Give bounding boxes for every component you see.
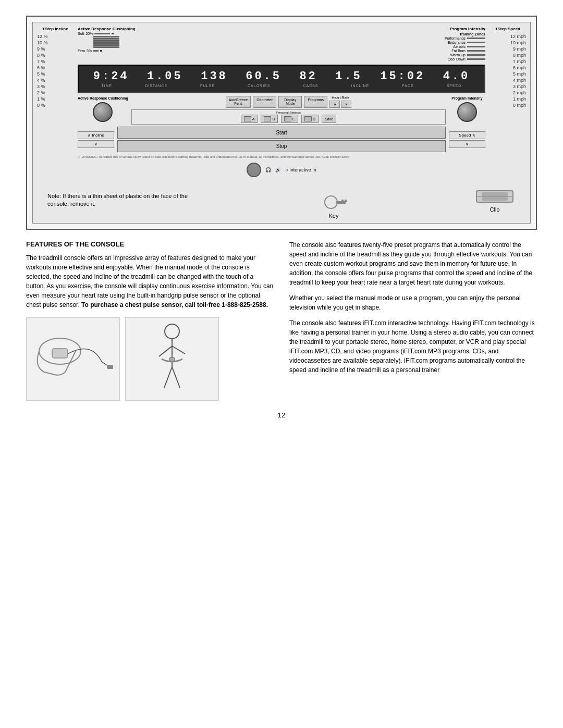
speed-down-btn[interactable]: ∨ — [449, 140, 485, 148]
tz-aerobic-label: Aerobic — [453, 45, 466, 48]
arc-section: Active Response Cushioning Soft 20% — [78, 27, 136, 61]
note-text: Note: If there is a thin sheet of plasti… — [47, 192, 193, 208]
svg-rect-8 — [52, 349, 68, 358]
speed-8[interactable]: 8 mph — [489, 53, 526, 58]
ps-label-c: C — [292, 117, 295, 121]
features-bold: To purchase a chest pulse sensor, call t… — [81, 301, 268, 309]
heart-rate-arrows: ∧ ∨ — [329, 101, 351, 108]
svg-line-14 — [164, 367, 172, 388]
body-section: FEATURES OF THE CONSOLE The treadmill co… — [26, 240, 537, 401]
ps-btn-save[interactable]: Save — [322, 115, 336, 123]
arc-firm-row: Firm 3% — [78, 49, 136, 53]
incline-9[interactable]: 9 % — [37, 46, 74, 52]
audio-icon: 🔊 — [275, 167, 281, 172]
incline-up-btn[interactable]: ∧ Incline — [78, 131, 114, 139]
incline-column-title: 1Step Incline — [37, 27, 74, 31]
features-para-right-2: Whether you select the manual mode or us… — [289, 293, 537, 312]
pi-knob[interactable] — [457, 102, 477, 122]
arc-firm-indicator — [100, 50, 102, 52]
incline-down-btn[interactable]: ∨ — [78, 140, 114, 148]
incline-6[interactable]: 6 % — [37, 65, 74, 70]
ps-btn-a[interactable]: A — [241, 115, 258, 123]
speed-2[interactable]: 2 mph — [489, 90, 526, 95]
ps-btn-c[interactable]: C — [281, 115, 298, 123]
arc-bar-3 — [93, 40, 119, 42]
ps-label-b: B — [272, 117, 275, 121]
incline-0[interactable]: 0 % — [37, 103, 74, 108]
tz-aerobic-bar — [467, 46, 485, 47]
stop-button[interactable]: Stop — [117, 140, 446, 152]
display-numbers: 9:24 1.05 138 60.5 82 1.5 15:02 4.0 — [85, 70, 478, 83]
svg-point-10 — [165, 324, 179, 339]
tz-endurance-label: Endurance — [448, 41, 466, 44]
arc-title: Active Response Cushioning — [78, 27, 136, 31]
svg-rect-3 — [345, 200, 347, 202]
incline-10[interactable]: 10 % — [37, 40, 74, 45]
odometer-btn[interactable]: Odometer — [253, 96, 276, 108]
top-indicators: Active Response Cushioning Soft 20% — [78, 27, 485, 61]
tz-performance-bar — [467, 38, 485, 39]
arc-soft-pct: 20% — [85, 32, 93, 35]
incline-4[interactable]: 4 % — [37, 78, 74, 83]
speed-column-title: 1Step Speed — [489, 27, 526, 31]
speed-4[interactable]: 4 mph — [489, 78, 526, 83]
svg-point-0 — [325, 196, 337, 208]
tz-cooldown: Cool Down — [445, 57, 485, 61]
svg-rect-9 — [107, 365, 113, 369]
person-image — [125, 317, 219, 401]
arc-knob[interactable] — [93, 102, 113, 122]
svg-line-12 — [159, 346, 172, 356]
tz-warmup-label: Warm Up — [450, 53, 466, 57]
speed-12[interactable]: 12 mph — [489, 34, 526, 39]
person-svg — [128, 320, 216, 398]
incline-7[interactable]: 7 % — [37, 59, 74, 64]
autobreeze-btn[interactable]: AutoBreezeFans — [226, 96, 251, 108]
display-labels: TIME DISTANCE PULSE CALORIES CARBS INCLI… — [85, 84, 478, 88]
label-pace: PACE — [402, 84, 414, 88]
top-button-row: AutoBreezeFans Odometer DisplayMode Prog… — [131, 96, 446, 108]
tz-warmup-bar — [467, 54, 485, 56]
ps-label-d: D — [313, 117, 315, 121]
ps-btn-d[interactable]: D — [301, 115, 319, 123]
incline-12[interactable]: 12 % — [37, 34, 74, 39]
ps-icon-d — [304, 116, 312, 121]
label-time: TIME — [101, 84, 112, 88]
heart-rate-up[interactable]: ∧ — [329, 101, 340, 108]
tz-performance-label: Performance — [445, 36, 466, 40]
label-speed: SPEED — [447, 84, 462, 88]
incline-3[interactable]: 3 % — [37, 84, 74, 89]
key-graphic-svg — [321, 187, 347, 213]
svg-rect-1 — [336, 201, 346, 204]
speed-5[interactable]: 5 mph — [489, 71, 526, 77]
speed-up-btn[interactable]: Speed ∧ — [449, 131, 485, 139]
speed-6[interactable]: 6 mph — [489, 65, 526, 70]
speed-9[interactable]: 9 mph — [489, 46, 526, 52]
speed-7[interactable]: 7 mph — [489, 59, 526, 64]
display-mode-btn[interactable]: DisplayMode — [278, 96, 302, 108]
pi-section: Program Intensity Training Zones Perform… — [445, 27, 485, 61]
warning-icon: ⚠ — [78, 155, 80, 159]
speed-3[interactable]: 3 mph — [489, 84, 526, 89]
speed-1[interactable]: 1 mph — [489, 96, 526, 102]
incline-1[interactable]: 1 % — [37, 96, 74, 102]
speed-0[interactable]: 0 mph — [489, 103, 526, 108]
programs-btn[interactable]: Programs — [304, 96, 327, 108]
incline-2[interactable]: 2 % — [37, 90, 74, 95]
chest-strap-svg — [29, 320, 117, 398]
ps-btn-b[interactable]: B — [261, 115, 278, 123]
middle-row: Active Response Cushioning AutoBreezeFan… — [78, 96, 485, 125]
start-button[interactable]: Start — [117, 127, 446, 139]
speed-10[interactable]: 10 mph — [489, 40, 526, 45]
svg-line-13 — [172, 346, 185, 354]
incline-ctrl: ∧ Incline ∨ — [78, 131, 114, 149]
images-row — [26, 317, 274, 401]
label-pulse: PULSE — [200, 84, 215, 88]
interactive-label: ○ Interactive In — [285, 167, 316, 172]
pi-knob-section: Program Intensity — [449, 96, 485, 124]
features-para-right-3: The console also features iFIT.com inter… — [289, 318, 537, 375]
incline-8[interactable]: 8 % — [37, 53, 74, 58]
right-col: The console also features twenty-five pr… — [289, 240, 537, 401]
heart-rate-down[interactable]: ∨ — [341, 101, 351, 108]
tz-cooldown-bar — [467, 58, 485, 60]
incline-5[interactable]: 5 % — [37, 71, 74, 77]
